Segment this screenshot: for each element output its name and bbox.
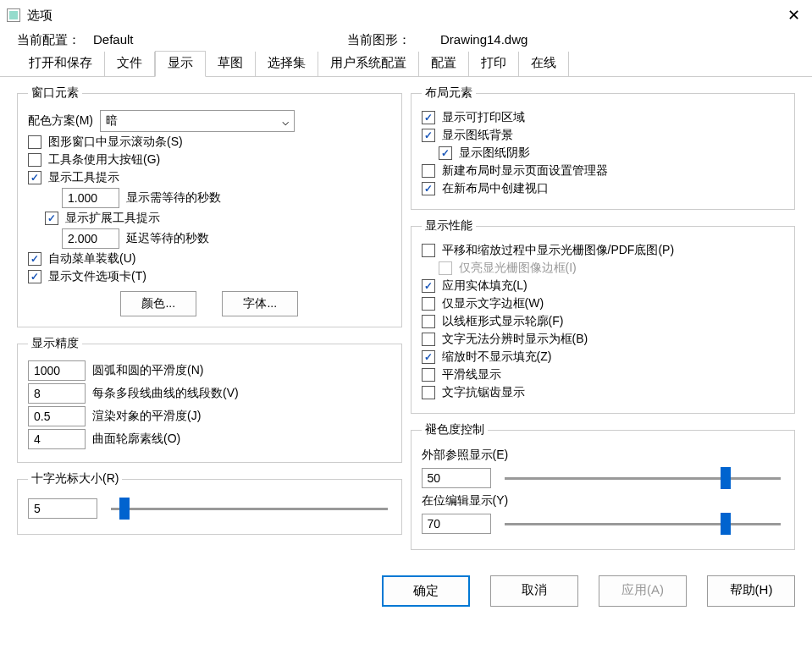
layout-elements-group: 布局元素 显示可打印区域 显示图纸背景 显示图纸阴影 新建布局时显示页面设置管理…: [411, 85, 796, 210]
cb-paper-shadow-label: 显示图纸阴影: [459, 146, 530, 161]
cb-highlight-raster: [439, 261, 452, 275]
cb-paper-bg-label: 显示图纸背景: [442, 128, 513, 143]
cb-no-fill-zoom[interactable]: [422, 350, 435, 364]
cb-page-setup-mgr-label: 新建布局时显示页面设置管理器: [442, 163, 608, 179]
color-scheme-select[interactable]: 暗 ⌵: [100, 110, 295, 132]
tab-config[interactable]: 配置: [419, 52, 469, 76]
current-config-label: 当前配置：: [17, 32, 93, 48]
crosshair-input[interactable]: [28, 498, 97, 519]
tab-sketch[interactable]: 草图: [206, 52, 256, 76]
polyline-segs-label: 每条多段线曲线的线段数(V): [92, 386, 239, 401]
cb-scrollbars[interactable]: [28, 135, 41, 149]
tooltip-delay-label: 显示需等待的秒数: [126, 190, 221, 206]
cb-no-fill-zoom-label: 缩放时不显示填充(Z): [442, 349, 552, 365]
cb-silhouette-label: 以线框形式显示轮廓(F): [442, 314, 564, 329]
tab-selection[interactable]: 选择集: [256, 52, 318, 76]
render-smooth-input[interactable]: [28, 406, 86, 426]
titlebar: 选项 ✕: [0, 0, 812, 29]
tab-display[interactable]: 显示: [155, 51, 206, 77]
render-smooth-label: 渲染对象的平滑度(J): [92, 409, 201, 424]
cancel-button[interactable]: 取消: [490, 575, 578, 607]
cb-text-antialias-label: 文字抗锯齿显示: [442, 385, 525, 400]
cb-large-buttons[interactable]: [28, 153, 41, 167]
cb-solid-fill-label: 应用实体填充(L): [442, 278, 528, 294]
ok-button[interactable]: 确定: [382, 575, 470, 607]
display-precision-legend: 显示精度: [28, 336, 82, 351]
cb-auto-menu-label: 自动菜单装载(U): [48, 251, 135, 267]
color-scheme-value: 暗: [106, 113, 118, 129]
cb-text-frame-only[interactable]: [422, 297, 435, 311]
tab-online[interactable]: 在线: [519, 52, 569, 76]
color-scheme-label: 配色方案(M): [28, 113, 93, 129]
xref-display-label: 外部参照显示(E): [422, 448, 785, 463]
close-icon[interactable]: ✕: [783, 6, 804, 25]
layout-elements-legend: 布局元素: [422, 85, 476, 101]
config-info-row: 当前配置： Default 当前图形： Drawing14.dwg: [0, 29, 812, 52]
cb-text-as-box-label: 文字无法分辨时显示为框(B): [442, 332, 588, 347]
cb-text-as-box[interactable]: [422, 333, 435, 346]
cb-file-tabs-label: 显示文件选项卡(T): [48, 269, 146, 284]
extended-delay-label: 延迟等待的秒数: [126, 231, 209, 246]
xref-display-slider[interactable]: [505, 477, 782, 480]
cb-show-tooltips[interactable]: [28, 171, 41, 184]
fonts-button[interactable]: 字体...: [222, 291, 298, 316]
cb-solid-fill[interactable]: [422, 279, 435, 293]
tab-open-save[interactable]: 打开和保存: [17, 52, 105, 76]
cb-page-setup-mgr[interactable]: [422, 164, 435, 178]
cb-extended-tooltips[interactable]: [45, 212, 58, 225]
current-drawing-value: Drawing14.dwg: [440, 32, 694, 48]
arc-smooth-label: 圆弧和圆的平滑度(N): [92, 363, 203, 378]
fade-control-legend: 褪色度控制: [422, 422, 488, 437]
current-drawing-label: 当前图形：: [347, 32, 440, 48]
display-performance-legend: 显示性能: [422, 218, 476, 234]
crosshair-group: 十字光标大小(R): [17, 471, 402, 535]
inplace-edit-input[interactable]: [422, 514, 491, 534]
cb-pan-zoom-raster[interactable]: [422, 244, 435, 257]
tab-file[interactable]: 文件: [105, 52, 155, 76]
surface-lines-input[interactable]: [28, 429, 86, 449]
dialog-button-bar: 确定 取消 应用(A) 帮助(H): [0, 567, 812, 617]
display-precision-group: 显示精度 圆弧和圆的平滑度(N) 每条多段线曲线的线段数(V) 渲染对象的平滑度…: [17, 336, 402, 463]
cb-printable-area[interactable]: [422, 111, 435, 124]
chevron-down-icon: ⌵: [282, 114, 289, 128]
cb-create-viewport[interactable]: [422, 182, 435, 195]
crosshair-slider[interactable]: [111, 508, 388, 510]
apply-button[interactable]: 应用(A): [599, 575, 687, 607]
cb-smooth-lines-label: 平滑线显示: [442, 367, 501, 382]
window-elements-group: 窗口元素 配色方案(M) 暗 ⌵ 图形窗口中显示滚动条(S) 工具条使用大按钮(…: [17, 85, 402, 327]
dialog-title: 选项: [27, 8, 783, 24]
tab-user-system[interactable]: 用户系统配置: [318, 52, 419, 76]
tab-bar: 打开和保存 文件 显示 草图 选择集 用户系统配置 配置 打印 在线: [0, 52, 812, 77]
cb-scrollbars-label: 图形窗口中显示滚动条(S): [48, 135, 183, 150]
fade-control-group: 褪色度控制 外部参照显示(E) 在位编辑显示(Y): [411, 422, 796, 550]
cb-highlight-raster-label: 仅亮显光栅图像边框(I): [459, 261, 577, 276]
current-config-value: Default: [93, 32, 347, 48]
help-button[interactable]: 帮助(H): [707, 575, 795, 607]
cb-paper-bg[interactable]: [422, 129, 435, 142]
cb-text-frame-only-label: 仅显示文字边框(W): [442, 296, 544, 311]
surface-lines-label: 曲面轮廓素线(O): [92, 432, 180, 447]
colors-button[interactable]: 颜色...: [120, 291, 196, 316]
cb-pan-zoom-raster-label: 平移和缩放过程中显示光栅图像/PDF底图(P): [442, 243, 675, 258]
xref-display-input[interactable]: [422, 468, 491, 488]
tab-print[interactable]: 打印: [469, 52, 519, 76]
crosshair-legend: 十字光标大小(R): [28, 471, 122, 487]
cb-show-tooltips-label: 显示工具提示: [48, 170, 119, 185]
polyline-segs-input[interactable]: [28, 383, 86, 404]
cb-paper-shadow[interactable]: [439, 146, 452, 160]
tooltip-delay-input[interactable]: [62, 188, 119, 208]
cb-silhouette[interactable]: [422, 315, 435, 328]
cb-text-antialias[interactable]: [422, 386, 435, 399]
inplace-slider-thumb[interactable]: [721, 513, 731, 535]
cb-printable-area-label: 显示可打印区域: [442, 110, 525, 125]
arc-smooth-input[interactable]: [28, 360, 86, 381]
inplace-edit-slider[interactable]: [505, 523, 782, 525]
cb-file-tabs[interactable]: [28, 270, 41, 283]
cb-smooth-lines[interactable]: [422, 368, 435, 382]
cb-auto-menu[interactable]: [28, 252, 41, 266]
crosshair-slider-thumb[interactable]: [119, 498, 130, 520]
xref-slider-thumb[interactable]: [721, 467, 731, 489]
extended-delay-input[interactable]: [62, 228, 119, 249]
cb-create-viewport-label: 在新布局中创建视口: [442, 181, 549, 196]
window-elements-legend: 窗口元素: [28, 85, 82, 101]
